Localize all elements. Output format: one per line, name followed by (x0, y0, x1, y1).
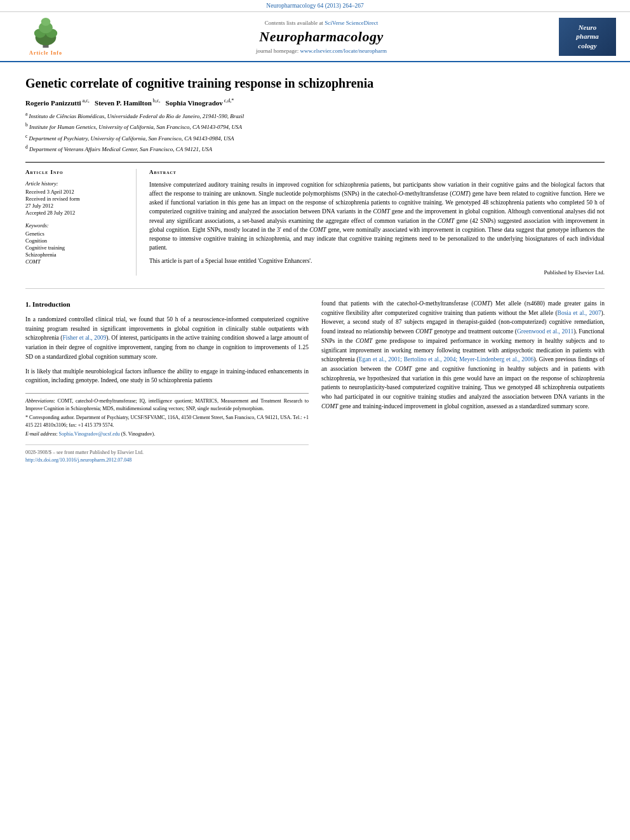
journal-title: Neuropharmacology (84, 29, 559, 45)
homepage-label: journal homepage: (256, 48, 300, 54)
elsevier-logo-area: Article Info (8, 17, 84, 56)
intro-p1: In a randomized controlled clinical tria… (25, 315, 309, 362)
accepted-date: Accepted 28 July 2012 (25, 210, 128, 216)
neuro-logo-area: Neuropharmacology (559, 18, 622, 56)
author-hamilton-super: b,c, (152, 98, 161, 103)
footnotes-area: Abbreviations: COMT, catechol-O-methyltr… (25, 393, 309, 438)
sciverse-line: Contents lists available at SciVerse Sci… (84, 20, 559, 26)
svg-point-5 (41, 18, 51, 26)
abstract-col: Abstract Intensive computerized auditory… (149, 169, 605, 276)
body-left-col: 1. Introduction In a randomized controll… (25, 299, 309, 465)
affil-a: a Instituto de Ciências Biomédicas, Univ… (25, 110, 605, 121)
author-panizzutti: Rogerio Panizzutti (25, 99, 81, 107)
issn-line: 0028-3908/$ – see front matter Published… (25, 449, 309, 457)
homepage-line: journal homepage: www.elsevier.com/locat… (84, 48, 559, 54)
article-info-abstract: Article Info Article history: Received 3… (25, 162, 605, 276)
body-right-col: found that patients with the catechol-O-… (321, 299, 605, 465)
keyword-cognition: Cognition (25, 237, 128, 244)
abstract-text: Intensive computerized auditory training… (149, 180, 605, 265)
article-info-col: Article Info Article history: Received 3… (25, 169, 137, 276)
revised-date: 27 July 2012 (25, 203, 128, 209)
article-info-label: Article Info (25, 169, 128, 175)
journal-center-info: Contents lists available at SciVerse Sci… (84, 20, 559, 54)
article-title: Genetic correlate of cognitive training … (25, 75, 605, 91)
section-divider (25, 288, 605, 289)
citation-text: Neuropharmacology 64 (2013) 264–267 (266, 3, 363, 9)
intro-heading: 1. Introduction (25, 299, 309, 310)
sciverse-link[interactable]: SciVerse ScienceDirect (325, 20, 378, 26)
published-line: Published by Elsevier Ltd. (149, 269, 605, 276)
bottom-bar: 0028-3908/$ – see front matter Published… (25, 444, 309, 465)
corresponding-footnote: * Corresponding author. Department of Ps… (25, 414, 309, 429)
affil-d: d Department of Veterans Affairs Medical… (25, 143, 605, 154)
abbreviations-footnote: Abbreviations: COMT, catechol-O-methyltr… (25, 397, 309, 413)
doi-link[interactable]: http://dx.doi.org/10.1016/j.neuropharm.2… (25, 457, 131, 463)
article-history-title: Article history: (25, 180, 128, 187)
homepage-link[interactable]: www.elsevier.com/locate/neuropharm (300, 48, 387, 54)
journal-citation: Neuropharmacology 64 (2013) 264–267 (0, 0, 630, 12)
abstract-paragraph: Intensive computerized auditory training… (149, 180, 605, 253)
right-p1: found that patients with the catechol-O-… (321, 299, 605, 411)
keyword-genetics: Genetics (25, 230, 128, 237)
author-hamilton: Steven P. Hamilton (95, 99, 152, 107)
affil-b: b Institute for Human Genetics, Universi… (25, 121, 605, 132)
journal-header: Article Info Contents lists available at… (0, 12, 630, 62)
email-footnote: E-mail address: Sophia.Vinogradov@ucsf.e… (25, 430, 309, 438)
keywords-section: Keywords: Genetics Cognition Cognitive t… (25, 222, 128, 265)
authors-line: Rogerio Panizzutti a,c, Steven P. Hamilt… (25, 98, 605, 107)
body-content: 1. Introduction In a randomized controll… (25, 299, 605, 465)
keyword-cognitive-training: Cognitive training (25, 244, 128, 251)
article-history: Article history: Received 3 April 2012 R… (25, 180, 128, 216)
email-link[interactable]: Sophia.Vinogradov@ucsf.edu (59, 431, 120, 437)
abstract-special-issue: This article is part of a Special Issue … (149, 257, 605, 265)
author-panizzutti-super: a,c, (81, 98, 90, 103)
keyword-schizophrenia: Schizophrenia (25, 251, 128, 258)
affil-c: c Department of Psychiatry, University o… (25, 133, 605, 143)
keywords-title: Keywords: (25, 222, 128, 229)
elsevier-tree-icon (23, 17, 68, 49)
keyword-comt: COMT (25, 258, 128, 265)
elsevier-wordmark: Article Info (29, 50, 62, 56)
author-vinogradov: Sophia Vinogradov (166, 99, 223, 107)
abstract-label: Abstract (149, 169, 605, 175)
elsevier-logo: Article Info (8, 17, 84, 56)
affiliations: a Instituto de Ciências Biomédicas, Univ… (25, 110, 605, 154)
received-date: Received 3 April 2012 (25, 189, 128, 195)
revised-label: Received in revised form (25, 196, 128, 202)
neuro-logo: Neuropharmacology (559, 18, 616, 56)
author-vinogradov-super: c,d,* (223, 98, 234, 103)
main-content: Genetic correlate of cognitive training … (0, 62, 630, 477)
intro-p2: It is likely that multiple neurobiologic… (25, 367, 309, 385)
contents-text: Contents lists available at (265, 20, 323, 26)
